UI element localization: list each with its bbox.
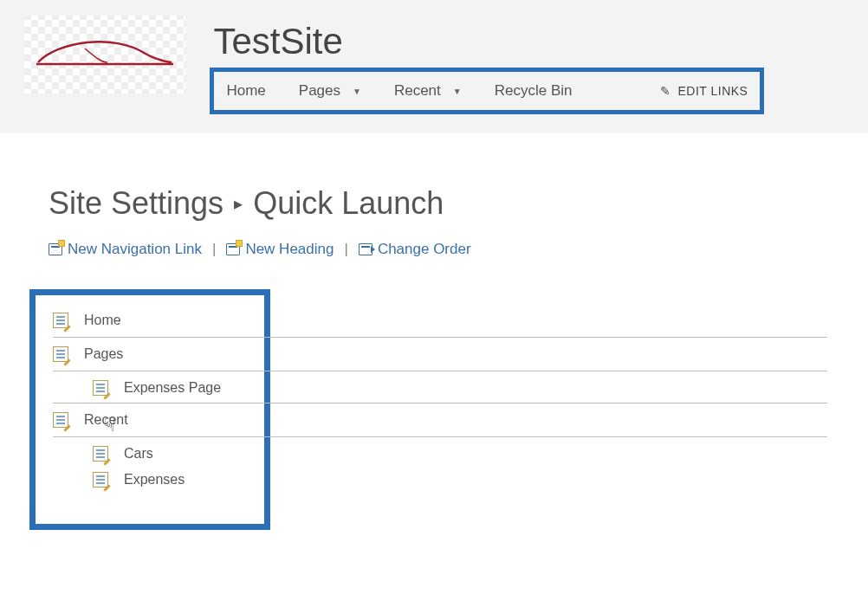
page-edit-icon (93, 380, 108, 396)
nav-recycle-bin[interactable]: Recycle Bin (495, 82, 573, 100)
ql-label: Cars (124, 446, 153, 462)
edit-links-button[interactable]: ✎ EDIT LINKS (660, 84, 748, 98)
main-content: Site Settings ▸ Quick Launch New Navigat… (0, 133, 868, 547)
breadcrumb-parent[interactable]: Site Settings (49, 185, 223, 222)
nav-label: Recent (394, 82, 441, 100)
ql-label: Recent (84, 412, 128, 428)
nav-label: Home (226, 82, 265, 100)
pencil-icon: ✎ (660, 84, 671, 98)
breadcrumb-sep-icon: ▸ (234, 193, 243, 214)
nav-home[interactable]: Home (226, 82, 265, 100)
page-edit-icon (93, 472, 108, 487)
header-right: TestSite Home Pages ▼ Recent ▼ Recycle B… (210, 16, 764, 114)
page-edit-icon (53, 313, 68, 328)
ql-item-expenses-page[interactable]: Expenses Page (36, 375, 264, 401)
edit-links-label: EDIT LINKS (677, 84, 748, 98)
nav-recent[interactable]: Recent ▼ (394, 82, 462, 100)
ql-heading-recent[interactable]: Recent (36, 407, 264, 433)
action-bar: New Navigation Link | New Heading | Chan… (49, 241, 851, 258)
chevron-down-icon: ▼ (353, 87, 361, 96)
new-link-icon (49, 243, 62, 255)
change-order-icon (359, 243, 372, 255)
ql-label: Home (84, 313, 121, 328)
divider (53, 436, 827, 437)
ql-label: Expenses Page (124, 380, 221, 396)
divider: | (344, 241, 347, 258)
ql-heading-home[interactable]: Home (36, 307, 264, 333)
change-order[interactable]: Change Order (359, 241, 471, 258)
site-title[interactable]: TestSite (213, 21, 764, 62)
new-navigation-link[interactable]: New Navigation Link (49, 241, 202, 258)
page-edit-icon (53, 412, 68, 428)
divider (53, 337, 827, 338)
top-navigation: Home Pages ▼ Recent ▼ Recycle Bin ✎ EDIT… (210, 68, 764, 114)
divider (53, 371, 827, 371)
breadcrumb-current: Quick Launch (253, 185, 444, 222)
header: TestSite Home Pages ▼ Recent ▼ Recycle B… (0, 0, 868, 133)
action-label: New Navigation Link (68, 241, 202, 258)
divider: | (212, 241, 216, 258)
action-label: Change Order (378, 241, 471, 258)
divider (53, 403, 827, 404)
ql-label: Pages (84, 346, 123, 362)
car-logo-icon (31, 36, 178, 74)
action-label: New Heading (245, 241, 334, 258)
site-logo[interactable] (24, 16, 185, 94)
breadcrumb: Site Settings ▸ Quick Launch (49, 185, 851, 222)
page-edit-icon (53, 346, 68, 362)
ql-item-expenses[interactable]: Expenses (36, 467, 264, 493)
ql-heading-pages[interactable]: Pages (36, 341, 264, 367)
new-heading-icon (226, 243, 240, 255)
ql-item-cars[interactable]: Cars (36, 441, 264, 467)
ql-label: Expenses (124, 472, 185, 487)
chevron-down-icon: ▼ (453, 87, 462, 96)
nav-label: Recycle Bin (495, 82, 573, 100)
nav-pages[interactable]: Pages ▼ (299, 82, 361, 100)
quick-launch-panel: Home Pages Expenses Page Recent Cars Exp… (29, 289, 270, 530)
nav-label: Pages (299, 82, 340, 100)
new-heading[interactable]: New Heading (226, 241, 334, 258)
page-edit-icon (93, 446, 108, 462)
